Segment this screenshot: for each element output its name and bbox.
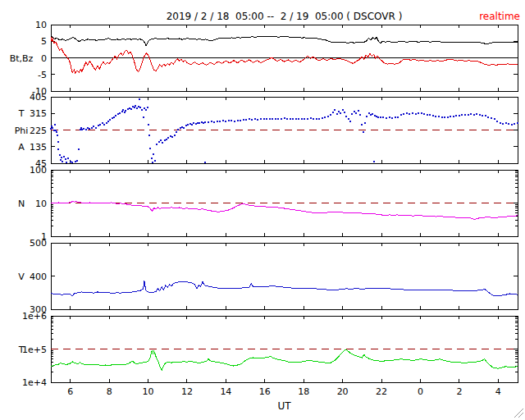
x-tick-label: 18 (298, 386, 309, 397)
y-tick-label: 10 (35, 199, 47, 209)
panel-mag: 1050-5-10Bt,Bz (10, 20, 518, 97)
series-bz (51, 37, 518, 73)
panel-density: 100101N (18, 165, 518, 242)
x-tick-label: 20 (337, 386, 349, 397)
x-tick-label: 8 (107, 386, 112, 397)
y-tick-label: 315 (30, 108, 47, 119)
y-tick-label: 10 (35, 20, 47, 30)
y-tick-label: 5 (41, 36, 47, 47)
y-tick-label: 400 (30, 272, 47, 282)
y-tick-label: 405 (30, 92, 47, 103)
x-tick-label: 2 (456, 386, 462, 397)
y-tick-label: 0 (41, 53, 47, 64)
y-tick-label: 100 (30, 165, 47, 176)
x-tick-label: 6 (67, 386, 73, 397)
panel-variable-label: N (18, 199, 25, 209)
panel-variable-label: Bt,Bz (10, 53, 34, 64)
series-v (51, 281, 518, 296)
x-tick-label: 4 (495, 386, 501, 397)
resize-grip-icon[interactable] (513, 407, 524, 418)
solar-wind-chart: 1050-5-10Bt,Bz40531522513545TPhiA100101N… (0, 0, 525, 420)
panel-temp: 1e+61e+51e+4T (18, 311, 518, 388)
x-axis-title: UT (51, 400, 518, 412)
y-tick-label: 500 (30, 238, 47, 249)
panel-variable-label: A (18, 142, 25, 153)
series-bt (51, 36, 518, 46)
x-tick-label: 22 (376, 386, 387, 397)
series-phi (50, 98, 518, 163)
panel-speed: 500400300V (18, 238, 518, 315)
x-tick-label: 12 (181, 386, 193, 397)
x-tick-label: 14 (220, 386, 231, 397)
panel-phi: 40531522513545TPhiA (15, 92, 518, 169)
x-tick-label: 16 (259, 386, 271, 397)
y-tick-label: 1e+5 (22, 345, 47, 355)
panel-variable-label: Phi (15, 126, 29, 136)
y-tick-label: 1e+4 (22, 377, 47, 388)
y-tick-label: 1e+6 (22, 311, 47, 322)
y-tick-label: -5 (38, 70, 47, 80)
solar-wind-plot-window: 2019 / 2 / 18 05:00 -- 2 / 19 05:00 ( DS… (0, 0, 525, 420)
series-t (51, 349, 518, 370)
series-n (51, 202, 518, 220)
x-tick-label: 10 (143, 386, 154, 397)
y-tick-label: 225 (30, 126, 47, 136)
x-tick-label: 0 (418, 386, 423, 397)
panel-variable-label: T (18, 345, 25, 355)
panel-variable-label: T (18, 108, 25, 119)
panel-variable-label: V (18, 272, 25, 282)
y-tick-label: 135 (30, 142, 47, 153)
